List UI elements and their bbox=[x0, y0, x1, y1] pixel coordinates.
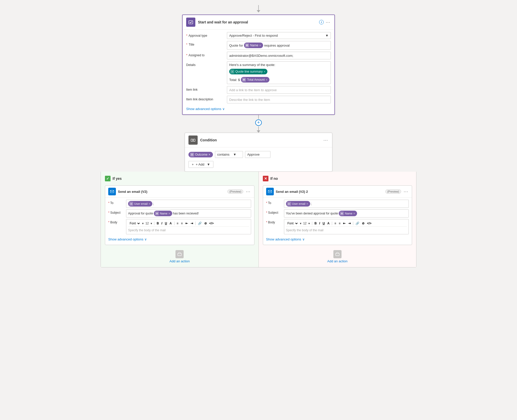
email-yes-more-button[interactable]: ··· bbox=[245, 189, 251, 194]
add-action-no[interactable]: Add an action bbox=[263, 250, 412, 263]
svg-rect-19 bbox=[341, 213, 343, 214]
code-btn-yes[interactable]: </> bbox=[209, 221, 214, 225]
email-no-toolbar: Font ▼ 12 ▼ B I U A ≡ bbox=[286, 220, 407, 227]
indent-left-btn-yes[interactable]: ⇤ bbox=[185, 221, 189, 225]
quote-line-summary-token[interactable]: x Quote line summary × bbox=[229, 69, 267, 74]
svg-rect-9 bbox=[191, 154, 193, 156]
bold-btn-yes[interactable]: B bbox=[156, 221, 160, 225]
code-btn-no[interactable]: </> bbox=[366, 221, 372, 225]
show-advanced-approval[interactable]: Show advanced options ∨ bbox=[186, 105, 331, 113]
email-yes-to-input[interactable]: User email × ; bbox=[126, 200, 251, 208]
chevron-font-yes: ▼ bbox=[142, 222, 144, 225]
svg-rect-15 bbox=[179, 252, 180, 254]
title-row: * Title Quote for Name × requires approv… bbox=[186, 41, 331, 50]
email-yes-body-input[interactable]: Font ▼ 12 ▼ B I U A ≡ bbox=[126, 219, 251, 234]
email-no-subject-input[interactable]: You've been denied approval for quote Na… bbox=[284, 209, 409, 218]
total-token-close[interactable]: × bbox=[266, 78, 267, 81]
email-yes-body-row: * Body Font ▼ 12 ▼ B bbox=[108, 219, 251, 234]
details-row: Details Here's a summary of the quote: x… bbox=[186, 61, 331, 84]
underline-btn-no[interactable]: U bbox=[322, 221, 326, 225]
assigned-to-input[interactable]: administrator@BASDemo.onmicrosoft.com; bbox=[227, 52, 331, 59]
name-token-close[interactable]: × bbox=[259, 44, 261, 47]
outcome-token-icon bbox=[190, 153, 194, 157]
title-input[interactable]: Quote for Name × requires approval bbox=[227, 41, 331, 50]
chevron-icon: ▼ bbox=[233, 153, 236, 156]
italic-btn-no[interactable]: I bbox=[318, 221, 321, 225]
flow-canvas: Start and wait for an approval i ··· * A… bbox=[0, 0, 517, 273]
svg-rect-6 bbox=[243, 80, 244, 80]
name-token-icon bbox=[245, 43, 249, 47]
user-email-token-no[interactable]: User email × bbox=[286, 201, 310, 207]
indent-right-btn-yes[interactable]: ⇥ bbox=[190, 221, 194, 225]
unlink-btn-no[interactable]: ⊘ bbox=[361, 221, 365, 225]
name-token-no-subject[interactable]: Name × bbox=[339, 211, 357, 216]
details-input[interactable]: Here's a summary of the quote: x Quote l… bbox=[227, 61, 331, 84]
name-token-yes-subject[interactable]: Name × bbox=[154, 211, 172, 216]
condition-add-button[interactable]: + + Add ▼ bbox=[188, 161, 213, 168]
email-no-header: Send an email (V2) 2 (Preview) ··· bbox=[263, 186, 412, 198]
user-email-token-yes[interactable]: User email × bbox=[128, 201, 152, 207]
list-number-btn-yes[interactable]: ≡ bbox=[180, 221, 184, 225]
color-btn-yes[interactable]: A bbox=[169, 221, 173, 225]
name-close-yes-subject[interactable]: × bbox=[168, 212, 170, 215]
email-yes-body: * To User email × ; bbox=[105, 198, 254, 245]
chevron-adv-no: ∨ bbox=[302, 237, 305, 241]
link-btn-no[interactable]: 🔗 bbox=[355, 221, 360, 225]
italic-btn-yes[interactable]: I bbox=[161, 221, 163, 225]
indent-right-btn-no[interactable]: ⇥ bbox=[347, 221, 351, 225]
font-select-yes[interactable]: Font bbox=[128, 221, 141, 226]
email-no-to-label: * To bbox=[266, 200, 284, 205]
add-between-button[interactable]: + bbox=[255, 119, 262, 126]
item-link-desc-input[interactable]: Describe the link to the item bbox=[227, 96, 331, 103]
email-yes-subject-row: * Subject Approval for quote Name × bbox=[108, 209, 251, 218]
svg-rect-12 bbox=[156, 213, 158, 214]
user-email-close-yes[interactable]: × bbox=[149, 202, 150, 205]
outcome-token-close[interactable]: × bbox=[209, 153, 210, 156]
info-icon[interactable]: i bbox=[319, 20, 324, 24]
email-card-yes: Send an email (V2) (Preview) ··· * To bbox=[105, 185, 254, 245]
svg-rect-20 bbox=[341, 213, 343, 213]
condition-value-input[interactable]: Approve bbox=[245, 151, 270, 158]
color-btn-no[interactable]: A bbox=[326, 221, 330, 225]
font-select-no[interactable]: Font bbox=[286, 221, 298, 226]
unlink-btn-yes[interactable]: ⊘ bbox=[203, 221, 208, 225]
item-link-input[interactable]: Add a link to the item to approve bbox=[227, 86, 331, 94]
underline-btn-yes[interactable]: U bbox=[164, 221, 168, 225]
outcome-token[interactable]: Outcome × bbox=[188, 152, 213, 157]
branches-container: ✓ If yes Send an email (V2) (Preview) ··… bbox=[101, 172, 416, 267]
total-amount-token[interactable]: Total Amount × bbox=[241, 77, 269, 83]
email-no-more-button[interactable]: ··· bbox=[403, 189, 409, 194]
indent-left-btn-no[interactable]: ⇤ bbox=[342, 221, 346, 225]
list-number-btn-no[interactable]: ≡ bbox=[338, 221, 341, 225]
add-action-icon-yes bbox=[175, 250, 184, 258]
link-btn-yes[interactable]: 🔗 bbox=[197, 221, 202, 225]
list-bullet-btn-no[interactable]: ≡ bbox=[334, 221, 337, 225]
chevron-down-icon: ▼ bbox=[325, 34, 329, 37]
svg-rect-11 bbox=[130, 203, 132, 205]
quote-token-close[interactable]: × bbox=[264, 70, 265, 73]
font-size-yes: 12 bbox=[145, 222, 149, 225]
approval-card-icon bbox=[186, 18, 195, 27]
condition-operator-select[interactable]: contains ▼ bbox=[215, 151, 243, 158]
email-no-body-input[interactable]: Font ▼ 12 ▼ B I U A ≡ bbox=[284, 219, 409, 234]
name-close-no-subject[interactable]: × bbox=[353, 212, 355, 215]
approval-type-select[interactable]: Approve/Reject - First to respond ▼ bbox=[227, 32, 331, 39]
bold-btn-no[interactable]: B bbox=[314, 221, 318, 225]
svg-rect-8 bbox=[193, 139, 195, 141]
name-token[interactable]: Name × bbox=[244, 43, 263, 48]
show-advanced-email-no[interactable]: Show advanced options ∨ bbox=[266, 236, 409, 244]
title-label: * Title bbox=[186, 41, 227, 46]
item-link-desc-row: Item link description Describe the link … bbox=[186, 96, 331, 103]
email-yes-subject-input[interactable]: Approval for quote Name × has been recie… bbox=[126, 209, 251, 218]
svg-rect-7 bbox=[191, 139, 193, 141]
condition-more-button[interactable]: ··· bbox=[323, 138, 329, 143]
show-advanced-email-yes[interactable]: Show advanced options ∨ bbox=[108, 236, 251, 244]
user-email-close-no[interactable]: × bbox=[306, 202, 308, 205]
email-no-to-input[interactable]: User email × ; bbox=[284, 200, 409, 208]
add-action-yes[interactable]: Add an action bbox=[105, 250, 254, 263]
email-no-icon bbox=[266, 188, 274, 195]
user-email-icon-yes bbox=[129, 202, 133, 206]
condition-expression-row: Outcome × contains ▼ Approve bbox=[188, 151, 329, 158]
list-bullet-btn-yes[interactable]: ≡ bbox=[176, 221, 179, 225]
approval-more-button[interactable]: ··· bbox=[325, 20, 331, 25]
